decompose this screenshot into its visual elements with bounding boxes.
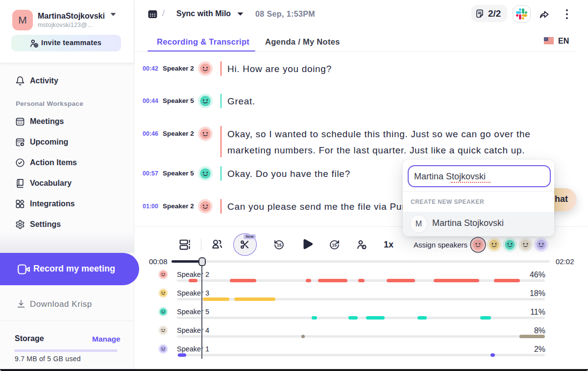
svg-text:15: 15: [277, 243, 282, 247]
svg-text:15: 15: [332, 243, 337, 247]
